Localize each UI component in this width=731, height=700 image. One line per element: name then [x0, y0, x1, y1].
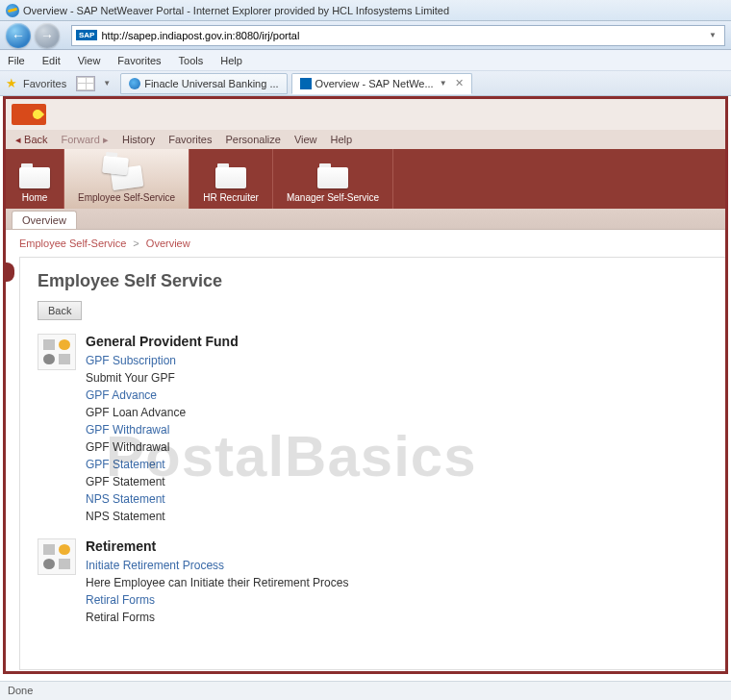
- address-bar[interactable]: SAP http://sapep.indiapost.gov.in:8080/i…: [71, 25, 725, 46]
- tile-ess[interactable]: Employee Self-Service: [64, 149, 189, 209]
- portal-back[interactable]: Back: [15, 134, 48, 146]
- ie-icon: [129, 78, 140, 89]
- section-item[interactable]: Initiate Retirement Process: [86, 557, 348, 574]
- forward-button[interactable]: →: [35, 23, 60, 48]
- folder-icon: [317, 167, 348, 188]
- portal-frame: Back Forward History Favorites Personali…: [3, 96, 728, 674]
- subtab-row: Overview: [6, 209, 725, 230]
- folder-icon: [215, 167, 246, 188]
- section: General Provident Fund GPF SubscriptionS…: [38, 334, 708, 525]
- content-area: Employee Self-Service > Overview Employe…: [6, 230, 725, 670]
- portal-history[interactable]: History: [122, 134, 155, 145]
- section-item: Retiral Forms: [86, 609, 348, 626]
- ie-menubar: File Edit View Favorites Tools Help: [0, 50, 731, 71]
- section-icon: [38, 334, 76, 370]
- portal-forward[interactable]: Forward: [62, 134, 109, 146]
- section: Retirement Initiate Retirement ProcessHe…: [38, 538, 708, 626]
- status-text: Done: [8, 685, 33, 696]
- tile-home[interactable]: Home: [6, 149, 64, 209]
- menu-tools[interactable]: Tools: [179, 55, 204, 66]
- tab-dropdown-icon[interactable]: ▼: [440, 79, 447, 88]
- portal-menubar: Back Forward History Favorites Personali…: [6, 130, 725, 149]
- back-button[interactable]: ←: [6, 23, 31, 48]
- section-item[interactable]: GPF Statement: [86, 456, 239, 473]
- section-item: GPF Withdrawal: [86, 438, 239, 456]
- folder-icon: [102, 156, 129, 176]
- section-item: Submit Your GPF: [86, 369, 239, 387]
- section-item: GPF Loan Advance: [86, 404, 239, 421]
- menu-help[interactable]: Help: [220, 55, 242, 66]
- tab-overview[interactable]: Overview - SAP NetWe... ▼ ✕: [291, 73, 472, 94]
- sap-icon: [300, 78, 312, 89]
- back-button[interactable]: Back: [38, 301, 82, 320]
- quick-tabs-icon[interactable]: [76, 76, 95, 91]
- portal-help[interactable]: Help: [331, 134, 353, 145]
- tile-hr-recruiter[interactable]: HR Recruiter: [189, 149, 273, 209]
- tile-label: Employee Self-Service: [78, 192, 175, 203]
- tile-mss[interactable]: Manager Self-Service: [273, 149, 393, 209]
- status-bar: Done: [0, 681, 731, 700]
- section-item[interactable]: GPF Advance: [86, 387, 239, 404]
- ie-icon: [6, 4, 19, 17]
- menu-file[interactable]: File: [8, 55, 25, 66]
- section-icon: [38, 538, 76, 575]
- page-title: Employee Self Service: [38, 271, 708, 291]
- section-item[interactable]: Retiral Forms: [86, 591, 348, 609]
- chevron-right-icon: >: [133, 238, 139, 249]
- portal-header: [6, 99, 725, 130]
- close-icon[interactable]: ✕: [455, 77, 464, 89]
- address-dropdown-icon[interactable]: ▼: [705, 31, 720, 39]
- section-item: Here Employee can Initiate their Retirem…: [86, 574, 348, 591]
- section-body: General Provident Fund GPF SubscriptionS…: [86, 334, 239, 525]
- portal-favorites[interactable]: Favorites: [168, 134, 212, 145]
- section-title: Retirement: [86, 538, 348, 554]
- browser-navbar: ← → SAP http://sapep.indiapost.gov.in:80…: [0, 21, 731, 50]
- section-item[interactable]: NPS Statement: [86, 490, 239, 508]
- inner-panel: Employee Self Service Back General Provi…: [19, 257, 725, 670]
- indiapost-logo: [12, 104, 46, 125]
- window-titlebar: Overview - SAP NetWeaver Portal - Intern…: [0, 0, 731, 21]
- tab-label: Overview - SAP NetWe...: [315, 78, 434, 89]
- section-body: Retirement Initiate Retirement ProcessHe…: [86, 538, 348, 626]
- menu-favorites[interactable]: Favorites: [117, 55, 161, 66]
- tab-finacle[interactable]: Finacle Universal Banking ...: [120, 73, 287, 94]
- folder-icon: [19, 167, 50, 188]
- favorites-label[interactable]: Favorites: [23, 78, 66, 89]
- breadcrumb-overview: Overview: [146, 238, 190, 249]
- tile-label: HR Recruiter: [203, 192, 259, 203]
- quick-tabs-dropdown[interactable]: ▼: [103, 79, 111, 88]
- url-text: http://sapep.indiapost.gov.in:8080/irj/p…: [101, 30, 299, 41]
- section-title: General Provident Fund: [86, 334, 239, 349]
- breadcrumb: Employee Self-Service > Overview: [19, 234, 725, 257]
- tile-label: Manager Self-Service: [287, 192, 379, 203]
- portal-view[interactable]: View: [294, 134, 317, 145]
- section-item[interactable]: GPF Withdrawal: [86, 421, 239, 438]
- subtab-overview[interactable]: Overview: [12, 211, 77, 229]
- portal-personalize[interactable]: Personalize: [225, 134, 280, 145]
- breadcrumb-ess[interactable]: Employee Self-Service: [19, 238, 126, 249]
- window-title: Overview - SAP NetWeaver Portal - Intern…: [23, 5, 449, 16]
- menu-view[interactable]: View: [78, 55, 101, 66]
- sap-badge-icon: SAP: [76, 30, 97, 40]
- section-item: NPS Statement: [86, 508, 239, 525]
- section-item: GPF Statement: [86, 473, 239, 490]
- star-icon[interactable]: ★: [6, 76, 17, 90]
- tile-label: Home: [22, 192, 48, 203]
- favorites-bar: ★ Favorites ▼ Finacle Universal Banking …: [0, 71, 731, 96]
- tab-label: Finacle Universal Banking ...: [144, 78, 278, 89]
- menu-edit[interactable]: Edit: [42, 55, 61, 66]
- top-level-nav: Home Employee Self-Service HR Recruiter …: [6, 149, 725, 209]
- section-item[interactable]: GPF Subscription: [86, 352, 239, 369]
